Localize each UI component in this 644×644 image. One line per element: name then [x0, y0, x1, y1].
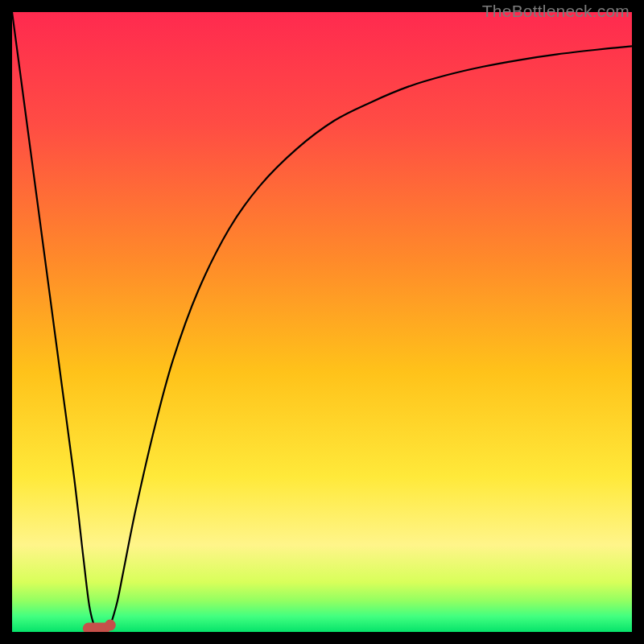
watermark-text: TheBottleneck.com — [482, 2, 630, 21]
chart-frame — [12, 12, 632, 632]
plot-background — [12, 12, 632, 632]
bottleneck-chart — [12, 12, 632, 632]
marker-head — [105, 620, 116, 631]
